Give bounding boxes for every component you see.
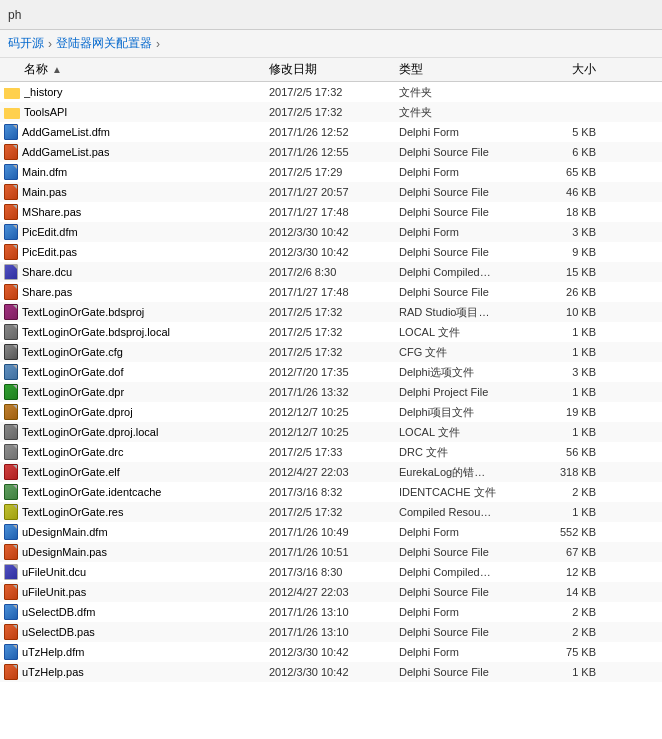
local-icon (4, 324, 18, 340)
table-row[interactable]: uTzHelp.pas2012/3/30 10:42Delphi Source … (0, 662, 662, 682)
table-row[interactable]: TextLoginOrGate.dpr2017/1/26 13:32Delphi… (0, 382, 662, 402)
col-header-type[interactable]: 类型 (399, 61, 544, 78)
dfm-icon (4, 524, 18, 540)
folder-icon (4, 84, 20, 100)
table-row[interactable]: uDesignMain.dfm2017/1/26 10:49Delphi For… (0, 522, 662, 542)
file-type: Delphi Form (399, 606, 544, 618)
file-date: 2017/1/27 17:48 (269, 286, 399, 298)
column-header: 名称 ▲ 修改日期 类型 大小 (0, 58, 662, 82)
table-row[interactable]: AddGameList.dfm2017/1/26 12:52Delphi For… (0, 122, 662, 142)
file-size: 1 KB (544, 666, 604, 678)
file-name-cell: TextLoginOrGate.dof (4, 364, 269, 380)
breadcrumb-part1[interactable]: 码开源 (8, 35, 44, 52)
file-size: 2 KB (544, 626, 604, 638)
file-size: 15 KB (544, 266, 604, 278)
file-date: 2017/1/26 13:32 (269, 386, 399, 398)
table-row[interactable]: TextLoginOrGate.bdsproj2017/2/5 17:32RAD… (0, 302, 662, 322)
file-size: 1 KB (544, 506, 604, 518)
file-type: Delphi Project File (399, 386, 544, 398)
file-date: 2017/1/26 10:51 (269, 546, 399, 558)
pas-icon (4, 544, 18, 560)
table-row[interactable]: TextLoginOrGate.bdsproj.local2017/2/5 17… (0, 322, 662, 342)
table-row[interactable]: PicEdit.pas2012/3/30 10:42Delphi Source … (0, 242, 662, 262)
file-type: Delphi项目文件 (399, 405, 544, 420)
file-name-text: TextLoginOrGate.elf (22, 466, 120, 478)
table-row[interactable]: ToolsAPI2017/2/5 17:32文件夹 (0, 102, 662, 122)
dfm-icon (4, 164, 18, 180)
table-row[interactable]: TextLoginOrGate.dof2012/7/20 17:35Delphi… (0, 362, 662, 382)
file-size: 56 KB (544, 446, 604, 458)
file-date: 2012/3/30 10:42 (269, 246, 399, 258)
file-name-cell: MShare.pas (4, 204, 269, 220)
file-size: 18 KB (544, 206, 604, 218)
table-row[interactable]: uDesignMain.pas2017/1/26 10:51Delphi Sou… (0, 542, 662, 562)
file-type: Delphi Form (399, 646, 544, 658)
table-row[interactable]: TextLoginOrGate.drc2017/2/5 17:33DRC 文件5… (0, 442, 662, 462)
table-row[interactable]: PicEdit.dfm2012/3/30 10:42Delphi Form3 K… (0, 222, 662, 242)
table-row[interactable]: uSelectDB.dfm2017/1/26 13:10Delphi Form2… (0, 602, 662, 622)
table-row[interactable]: uFileUnit.dcu2017/3/16 8:30Delphi Compil… (0, 562, 662, 582)
file-size: 2 KB (544, 486, 604, 498)
file-name-text: uFileUnit.dcu (22, 566, 86, 578)
table-row[interactable]: Share.pas2017/1/27 17:48Delphi Source Fi… (0, 282, 662, 302)
file-type: Delphi Source File (399, 186, 544, 198)
file-date: 2017/1/26 13:10 (269, 606, 399, 618)
file-date: 2012/4/27 22:03 (269, 466, 399, 478)
pas-icon (4, 624, 18, 640)
file-size: 3 KB (544, 366, 604, 378)
file-name-text: Main.dfm (22, 166, 67, 178)
table-row[interactable]: Main.dfm2017/2/5 17:29Delphi Form65 KB (0, 162, 662, 182)
file-date: 2012/4/27 22:03 (269, 586, 399, 598)
file-type: Delphi Source File (399, 146, 544, 158)
file-type: Delphi Source File (399, 286, 544, 298)
col-header-name[interactable]: 名称 ▲ (4, 61, 269, 78)
file-date: 2017/2/5 17:32 (269, 506, 399, 518)
table-row[interactable]: AddGameList.pas2017/1/26 12:55Delphi Sou… (0, 142, 662, 162)
file-name-cell: TextLoginOrGate.dproj.local (4, 424, 269, 440)
local-icon (4, 424, 18, 440)
file-date: 2012/12/7 10:25 (269, 426, 399, 438)
file-name-text: uFileUnit.pas (22, 586, 86, 598)
file-name-text: Share.pas (22, 286, 72, 298)
table-row[interactable]: Main.pas2017/1/27 20:57Delphi Source Fil… (0, 182, 662, 202)
pas-icon (4, 664, 18, 680)
file-date: 2017/1/26 10:49 (269, 526, 399, 538)
table-row[interactable]: TextLoginOrGate.dproj.local2012/12/7 10:… (0, 422, 662, 442)
table-row[interactable]: TextLoginOrGate.elf2012/4/27 22:03Eureka… (0, 462, 662, 482)
table-row[interactable]: uSelectDB.pas2017/1/26 13:10Delphi Sourc… (0, 622, 662, 642)
file-date: 2017/2/5 17:33 (269, 446, 399, 458)
file-type: Compiled Resou… (399, 506, 544, 518)
pas-icon (4, 204, 18, 220)
file-name-text: TextLoginOrGate.identcache (22, 486, 161, 498)
file-name-cell: TextLoginOrGate.elf (4, 464, 269, 480)
col-header-date[interactable]: 修改日期 (269, 61, 399, 78)
col-header-size[interactable]: 大小 (544, 61, 604, 78)
breadcrumb-sep2: › (156, 37, 160, 51)
file-name-cell: AddGameList.dfm (4, 124, 269, 140)
table-row[interactable]: uTzHelp.dfm2012/3/30 10:42Delphi Form75 … (0, 642, 662, 662)
file-name-cell: uSelectDB.pas (4, 624, 269, 640)
breadcrumb-part2[interactable]: 登陆器网关配置器 (56, 35, 152, 52)
file-date: 2012/3/30 10:42 (269, 646, 399, 658)
file-date: 2017/2/5 17:29 (269, 166, 399, 178)
table-row[interactable]: uFileUnit.pas2012/4/27 22:03Delphi Sourc… (0, 582, 662, 602)
file-size: 19 KB (544, 406, 604, 418)
table-row[interactable]: _history2017/2/5 17:32文件夹 (0, 82, 662, 102)
dproj-icon (4, 404, 18, 420)
file-date: 2017/1/27 17:48 (269, 206, 399, 218)
elf-icon (4, 464, 18, 480)
table-row[interactable]: TextLoginOrGate.identcache2017/3/16 8:32… (0, 482, 662, 502)
file-size: 10 KB (544, 306, 604, 318)
file-date: 2017/1/27 20:57 (269, 186, 399, 198)
file-type: Delphi Source File (399, 586, 544, 598)
dof-icon (4, 364, 18, 380)
table-row[interactable]: TextLoginOrGate.cfg2017/2/5 17:32CFG 文件1… (0, 342, 662, 362)
table-row[interactable]: TextLoginOrGate.res2017/2/5 17:32Compile… (0, 502, 662, 522)
file-type: DRC 文件 (399, 445, 544, 460)
file-size: 552 KB (544, 526, 604, 538)
file-size: 65 KB (544, 166, 604, 178)
table-row[interactable]: TextLoginOrGate.dproj2012/12/7 10:25Delp… (0, 402, 662, 422)
table-row[interactable]: Share.dcu2017/2/6 8:30Delphi Compiled…15… (0, 262, 662, 282)
file-date: 2017/2/6 8:30 (269, 266, 399, 278)
table-row[interactable]: MShare.pas2017/1/27 17:48Delphi Source F… (0, 202, 662, 222)
